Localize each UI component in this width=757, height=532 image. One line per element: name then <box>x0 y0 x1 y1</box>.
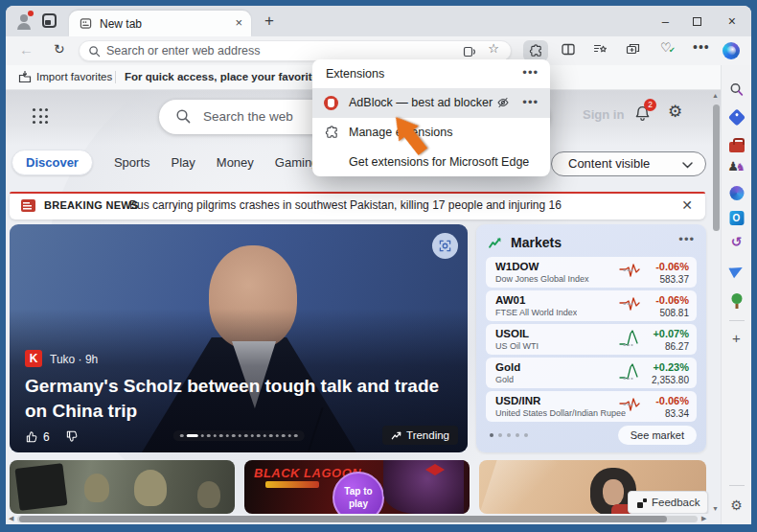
sidebar-add-icon[interactable]: + <box>732 330 741 346</box>
import-favorites-icon <box>18 71 32 83</box>
menu-item-get-extensions[interactable]: Get extensions for Microsoft Edge <box>312 148 550 176</box>
breaking-label: BREAKING NEWS <box>44 192 139 220</box>
feedback-button[interactable]: Feedback <box>628 491 708 514</box>
read-aloud-icon[interactable] <box>463 45 476 58</box>
page-settings-gear-icon[interactable]: ⚙ <box>668 102 682 121</box>
eye-off-icon[interactable] <box>496 96 510 109</box>
tab-discover[interactable]: Discover <box>11 150 93 175</box>
newtab-page-icon <box>80 17 92 30</box>
sparkline <box>618 361 651 384</box>
sign-in-button[interactable]: Sign in <box>583 107 624 122</box>
market-row[interactable]: W1DOW Dow Jones Global Index -0.06% 583.… <box>486 257 697 288</box>
search-icon <box>88 45 101 58</box>
sidebar-settings-gear-icon[interactable]: ⚙ <box>730 497 743 513</box>
sidebar-hook-icon[interactable]: ↺ <box>731 234 743 249</box>
markets-more-icon[interactable]: ••• <box>678 232 695 246</box>
horizontal-scroll-thumb[interactable] <box>19 516 667 522</box>
market-row[interactable]: Gold Gold +0.23% 2,353.80 <box>486 358 697 388</box>
favorite-star-icon[interactable]: ☆ <box>488 41 499 56</box>
news-card-military[interactable] <box>10 460 235 514</box>
sidebar-paper-plane-icon[interactable] <box>728 263 745 279</box>
puzzle-icon <box>325 126 339 140</box>
visual-search-button[interactable] <box>432 233 458 259</box>
import-favorites-button[interactable]: Import favorites <box>36 65 112 89</box>
apps-grid-icon[interactable] <box>33 108 49 125</box>
sidebar-m365-swirl-icon[interactable] <box>729 186 744 200</box>
maximize-button[interactable] <box>693 6 701 36</box>
back-icon[interactable]: ← <box>19 41 34 58</box>
split-screen-icon[interactable] <box>562 43 575 56</box>
horizontal-scrollbar[interactable]: ◀ ▶ <box>6 514 711 523</box>
chevron-down-icon <box>682 162 693 169</box>
tap-to-play-button[interactable]: Tap to play <box>333 472 384 514</box>
vertical-scroll-thumb[interactable] <box>713 104 720 231</box>
sidebar-search-icon[interactable] <box>729 82 744 97</box>
see-market-link[interactable]: See market <box>618 426 697 445</box>
more-menu-icon[interactable]: ••• <box>693 39 710 55</box>
market-row[interactable]: USOIL US Oil WTI +0.07% 86.27 <box>486 324 697 355</box>
trending-arrow-icon <box>391 430 401 441</box>
vertical-scrollbar[interactable]: ▲ ▼ <box>711 92 721 512</box>
window-close-button[interactable]: × <box>728 6 736 36</box>
new-tab-button[interactable]: + <box>264 12 274 31</box>
thumbs-up-icon <box>25 429 39 444</box>
refresh-icon[interactable]: ↻ <box>54 41 65 57</box>
browser-tab[interactable]: New tab × <box>69 11 251 36</box>
adblock-icon <box>324 96 338 110</box>
scroll-right-icon[interactable]: ▶ <box>701 514 706 523</box>
extensions-menu-more-icon[interactable]: ••• <box>522 59 539 86</box>
extensions-menu: Extensions ••• AdBlock — best ad blocker… <box>312 59 550 176</box>
adblock-more-icon[interactable]: ••• <box>522 88 539 116</box>
breaking-news-banner[interactable]: BREAKING NEWS Bus carrying pilgrims cras… <box>10 192 705 220</box>
tab-money[interactable]: Money <box>217 155 254 170</box>
favorites-hint: For quick access, place your favorites h… <box>125 65 326 89</box>
tab-close-icon[interactable]: × <box>235 15 242 30</box>
browser-essentials-icon[interactable]: ♡✔ <box>660 40 672 55</box>
address-placeholder: Search or enter web address <box>106 41 261 61</box>
scroll-left-icon[interactable]: ◀ <box>9 514 13 523</box>
sparkline <box>618 395 651 418</box>
tab-switcher-icon[interactable] <box>42 13 57 28</box>
title-bar: New tab × + – × <box>6 6 751 36</box>
hero-news-card[interactable]: K Tuko · 9h Germany's Scholz between tou… <box>10 224 468 452</box>
copilot-icon[interactable] <box>723 42 740 59</box>
content-filter-dropdown[interactable]: Content visible <box>551 151 706 176</box>
sidebar-outlook-icon[interactable]: O <box>729 211 744 225</box>
like-count: 6 <box>43 430 50 444</box>
sparkline <box>618 328 651 351</box>
scroll-up-icon[interactable]: ▲ <box>712 92 719 99</box>
markets-icon <box>488 236 503 250</box>
like-button[interactable]: 6 <box>25 429 50 444</box>
menu-item-adblock[interactable]: AdBlock — best ad blocker ••• <box>312 88 550 118</box>
favorites-list-icon[interactable] <box>593 42 608 56</box>
banner-close-icon[interactable]: ✕ <box>681 192 693 220</box>
minimize-button[interactable]: – <box>662 6 669 36</box>
profile-notification-dot <box>28 11 34 16</box>
tab-sports[interactable]: Sports <box>114 155 150 170</box>
source-logo: K <box>25 350 42 367</box>
breaking-headline[interactable]: Bus carrying pilgrims crashes in southwe… <box>129 192 562 220</box>
address-bar[interactable]: Search or enter web address ☆ <box>79 40 512 61</box>
ad-card-black-lagoon[interactable]: BLACK LAGOON Tap to play <box>244 460 470 514</box>
sidebar-games-chess-icon[interactable]: ♟♞ <box>727 159 746 173</box>
notification-badge: 2 <box>644 99 656 111</box>
market-row[interactable]: USD/INR United States Dollar/Indian Rupe… <box>486 391 697 422</box>
markets-title: Markets <box>511 235 562 250</box>
sidebar-shopping-tag-icon[interactable] <box>727 108 745 126</box>
extensions-button[interactable] <box>523 40 548 61</box>
scroll-down-icon[interactable]: ▼ <box>712 505 719 512</box>
market-row[interactable]: AW01 FTSE All World Index -0.06% 508.81 <box>486 290 697 321</box>
hero-headline[interactable]: Germany's Scholz between tough talk and … <box>25 374 456 424</box>
sidebar-tree-icon[interactable] <box>731 293 742 309</box>
feedback-icon <box>637 498 647 508</box>
collections-icon[interactable] <box>626 42 640 56</box>
sidebar-toolbox-icon[interactable] <box>729 142 745 152</box>
thumbs-down-icon[interactable] <box>65 429 80 444</box>
tab-play[interactable]: Play <box>172 155 195 170</box>
carousel-dots[interactable] <box>173 430 305 442</box>
visual-search-icon <box>439 240 451 252</box>
markets-carousel-dots[interactable] <box>490 433 528 437</box>
extensions-menu-title: Extensions <box>326 59 384 88</box>
browser-window: New tab × + – × ← ↻ Search or enter web … <box>6 6 751 524</box>
profile-avatar-icon[interactable] <box>15 12 33 30</box>
